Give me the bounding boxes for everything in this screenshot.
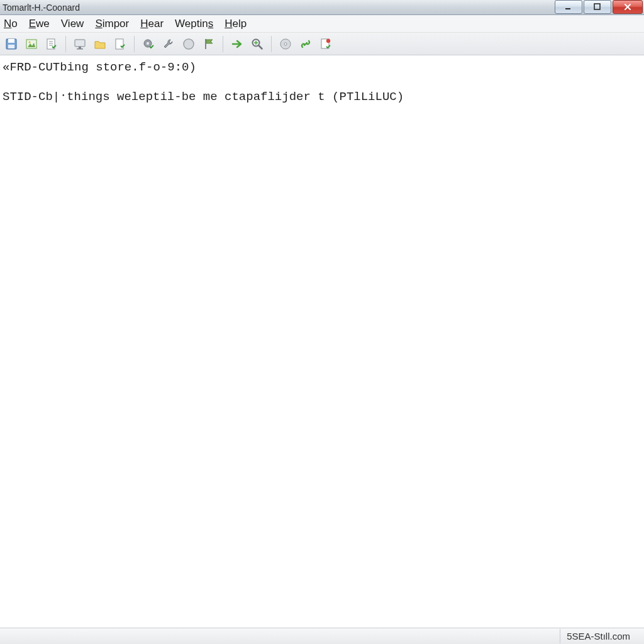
wrench-button[interactable] xyxy=(160,35,177,53)
content-line-1: «FRD-CUT​bing store.f-o-9:0) xyxy=(3,59,641,76)
picture-button[interactable] xyxy=(23,35,40,53)
monitor-icon xyxy=(73,37,87,51)
gear-button[interactable] xyxy=(140,35,157,53)
wrench-icon xyxy=(162,37,175,51)
gear-check-icon xyxy=(142,37,155,51)
save-button[interactable] xyxy=(3,35,20,53)
page-check-icon xyxy=(113,37,127,51)
disc-icon xyxy=(279,37,292,51)
menu-no[interactable]: No xyxy=(4,18,18,30)
link-green-icon xyxy=(299,37,313,51)
toolbar-separator xyxy=(134,36,135,52)
document-check-icon xyxy=(45,37,58,51)
svg-rect-3 xyxy=(8,39,14,43)
svg-point-14 xyxy=(147,42,149,44)
toolbar-separator xyxy=(271,36,272,52)
monitor-button[interactable] xyxy=(71,35,89,53)
menu-help[interactable]: Help xyxy=(225,18,247,30)
svg-point-7 xyxy=(28,41,30,43)
svg-point-15 xyxy=(184,39,194,49)
toolbar xyxy=(0,33,644,55)
disc-button[interactable] xyxy=(277,35,294,53)
menu-hear[interactable]: Hear xyxy=(140,18,164,30)
arrow-right-icon xyxy=(230,37,244,51)
minimize-icon xyxy=(564,3,573,11)
link-green-button[interactable] xyxy=(297,35,314,53)
svg-point-19 xyxy=(284,43,287,45)
flag-icon xyxy=(202,37,216,51)
minimize-button[interactable] xyxy=(555,0,582,14)
svg-rect-1 xyxy=(594,4,600,9)
svg-point-21 xyxy=(326,38,330,42)
folder-button[interactable] xyxy=(91,35,109,53)
menubar: No Ewe View Simpor Hear Weptins Help xyxy=(0,15,644,33)
toolbar-separator xyxy=(65,36,66,52)
picture-icon xyxy=(25,37,38,51)
magnifier-icon xyxy=(250,37,264,51)
circle-button[interactable] xyxy=(180,35,197,53)
svg-rect-10 xyxy=(79,47,81,48)
toolbar-separator xyxy=(223,36,223,52)
maximize-icon xyxy=(593,3,602,11)
window-controls xyxy=(555,0,644,14)
document-check-button[interactable] xyxy=(43,35,60,53)
close-button[interactable] xyxy=(613,0,643,14)
magnifier-button[interactable] xyxy=(248,35,266,53)
titlebar: Tomarlt-H.-Coonard xyxy=(0,0,644,15)
svg-rect-11 xyxy=(77,48,83,50)
content-line-2: STID-Cb|᛫things weleptil-be me ctapaflij… xyxy=(3,89,641,106)
editor-area[interactable]: «FRD-CUT​bing store.f-o-9:0) STID-Cb|᛫th… xyxy=(0,55,644,628)
window-title: Tomarlt-H.-Coonard xyxy=(3,3,80,13)
arrow-right-button[interactable] xyxy=(228,35,246,53)
note-red-icon xyxy=(319,37,333,51)
page-check-button[interactable] xyxy=(111,35,129,53)
svg-rect-4 xyxy=(8,45,14,48)
menu-view[interactable]: View xyxy=(61,18,84,30)
close-icon xyxy=(623,3,632,11)
menu-ewe[interactable]: Ewe xyxy=(29,18,50,30)
status-right: 5SEA-Stıll.com xyxy=(560,629,636,643)
statusbar: 5SEA-Stıll.com xyxy=(0,628,644,644)
menu-weptins[interactable]: Weptins xyxy=(175,18,213,30)
svg-rect-9 xyxy=(75,40,85,47)
circle-icon xyxy=(182,37,196,51)
maximize-button[interactable] xyxy=(584,0,611,14)
note-red-button[interactable] xyxy=(317,35,335,53)
menu-simpor[interactable]: Simpor xyxy=(95,18,129,30)
flag-button[interactable] xyxy=(200,35,218,53)
svg-rect-0 xyxy=(565,8,570,9)
folder-icon xyxy=(93,37,107,51)
save-icon xyxy=(4,37,18,51)
